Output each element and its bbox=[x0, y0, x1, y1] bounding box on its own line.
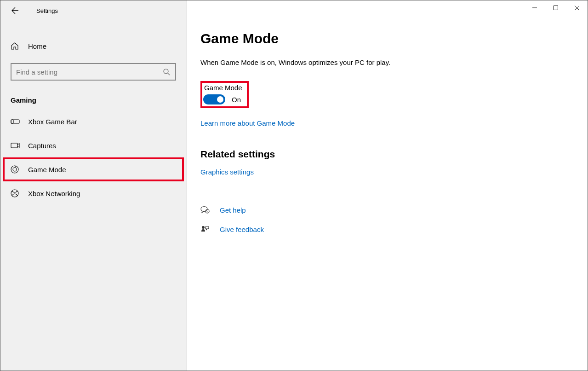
search-input[interactable] bbox=[16, 68, 162, 76]
toggle-state: On bbox=[232, 96, 241, 104]
arrow-left-icon bbox=[11, 7, 19, 14]
game-mode-icon bbox=[11, 165, 20, 174]
related-settings-header: Related settings bbox=[200, 149, 588, 160]
minimize-button[interactable] bbox=[524, 0, 545, 15]
game-mode-toggle[interactable] bbox=[203, 94, 225, 104]
sidebar-item-xbox-game-bar[interactable]: Xbox Game Bar bbox=[0, 110, 186, 133]
toggle-label: Game Mode bbox=[203, 84, 242, 92]
svg-rect-3 bbox=[11, 120, 13, 123]
svg-point-6 bbox=[13, 168, 17, 171]
close-icon bbox=[574, 5, 580, 11]
svg-point-8 bbox=[11, 190, 18, 197]
search-box[interactable] bbox=[11, 63, 176, 81]
content-area: Game Mode When Game Mode is on, Windows … bbox=[187, 0, 588, 371]
page-title: Game Mode bbox=[200, 31, 588, 46]
svg-line-1 bbox=[168, 73, 170, 75]
titlebar-left: Settings bbox=[0, 0, 186, 21]
home-icon bbox=[11, 42, 20, 50]
learn-more-link[interactable]: Learn more about Game Mode bbox=[200, 119, 295, 127]
sidebar-home[interactable]: Home bbox=[0, 35, 186, 57]
page-description: When Game Mode is on, Windows optimizes … bbox=[200, 58, 588, 66]
get-help-link[interactable]: Get help bbox=[220, 206, 246, 214]
svg-point-0 bbox=[164, 69, 168, 74]
sidebar-item-label: Captures bbox=[28, 142, 56, 150]
feedback-icon bbox=[200, 225, 211, 233]
game-mode-toggle-group: Game Mode On bbox=[200, 81, 249, 108]
sidebar-item-label: Game Mode bbox=[28, 166, 66, 174]
window-title: Settings bbox=[36, 7, 58, 14]
window-controls bbox=[524, 0, 588, 15]
sidebar-item-label: Xbox Networking bbox=[28, 190, 80, 197]
help-icon: ? bbox=[200, 206, 211, 214]
give-feedback-link[interactable]: Give feedback bbox=[220, 226, 264, 233]
sidebar-item-captures[interactable]: Captures bbox=[0, 133, 186, 157]
toggle-knob bbox=[217, 96, 223, 103]
sidebar-item-xbox-networking[interactable]: Xbox Networking bbox=[0, 181, 186, 205]
graphics-settings-link[interactable]: Graphics settings bbox=[200, 168, 254, 176]
svg-rect-2 bbox=[11, 120, 19, 123]
give-feedback-row: Give feedback bbox=[200, 221, 588, 237]
minimize-icon bbox=[532, 5, 537, 11]
svg-point-16 bbox=[202, 226, 205, 229]
svg-rect-17 bbox=[206, 226, 209, 229]
sidebar-home-label: Home bbox=[28, 42, 46, 50]
search-icon bbox=[162, 68, 171, 76]
close-button[interactable] bbox=[566, 0, 588, 15]
sidebar: Settings Home Gaming Xbox Game Bar bbox=[0, 0, 187, 371]
get-help-row: ? Get help bbox=[200, 202, 588, 218]
game-bar-icon bbox=[11, 118, 20, 125]
svg-point-5 bbox=[11, 166, 18, 173]
maximize-icon bbox=[553, 5, 559, 11]
back-button[interactable] bbox=[10, 5, 21, 16]
xbox-icon bbox=[11, 189, 20, 197]
sidebar-category: Gaming bbox=[0, 87, 186, 110]
svg-rect-10 bbox=[554, 6, 558, 10]
maximize-button[interactable] bbox=[545, 0, 566, 15]
sidebar-item-game-mode[interactable]: Game Mode bbox=[0, 157, 186, 181]
svg-rect-4 bbox=[11, 143, 17, 148]
captures-icon bbox=[11, 142, 20, 149]
svg-line-7 bbox=[15, 166, 16, 168]
sidebar-item-label: Xbox Game Bar bbox=[28, 118, 77, 126]
